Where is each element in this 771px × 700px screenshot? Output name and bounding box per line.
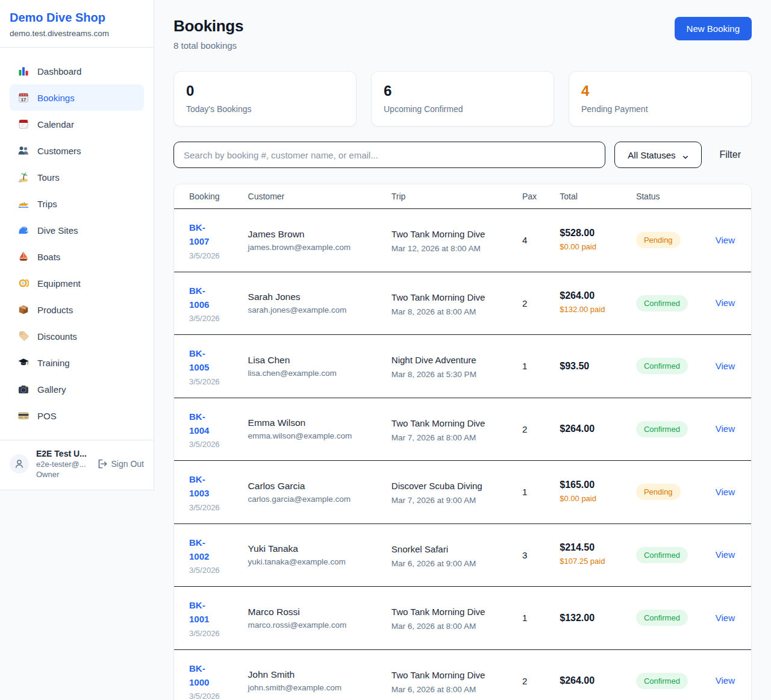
total-amount: $264.00: [560, 675, 622, 686]
sidebar-item-label: Calendar: [37, 119, 74, 130]
sidebar: Demo Dive Shop demo.test.divestreams.com…: [0, 0, 154, 490]
view-link[interactable]: View: [716, 298, 735, 308]
calendar-icon: [17, 118, 30, 130]
sidebar-item-boats[interactable]: Boats: [10, 243, 144, 270]
app-window: Demo Dive Shop demo.test.divestreams.com…: [0, 0, 771, 700]
customer-name: Carlos Garcia: [248, 481, 377, 492]
booking-id-link[interactable]: BK-1007: [189, 220, 224, 249]
stat-value: 0: [186, 83, 344, 99]
booking-id-link[interactable]: BK-1003: [189, 472, 224, 501]
stat-card: 4 Pending Payment: [569, 71, 752, 127]
total-amount: $214.50: [560, 542, 622, 553]
sidebar-item-training[interactable]: Training: [10, 349, 144, 376]
sidebar-item-label: Bookings: [37, 93, 75, 103]
sidebar-item-dashboard[interactable]: Dashboard: [10, 58, 144, 84]
trip-datetime: Mar 6, 2026 at 9:00 AM: [392, 559, 508, 568]
view-link[interactable]: View: [716, 235, 735, 245]
shop-name: Demo Dive Shop: [10, 11, 144, 25]
paid-amount: $107.25 paid: [560, 556, 608, 567]
tag-icon: [17, 330, 30, 342]
stat-label: Today's Bookings: [186, 104, 344, 114]
total-amount: $264.00: [560, 423, 622, 434]
pax-count: 2: [515, 272, 552, 335]
page-subtitle: 8 total bookings: [173, 40, 243, 51]
booking-id-link[interactable]: BK-1001: [189, 598, 224, 627]
person-icon: [13, 458, 25, 470]
search-input[interactable]: [173, 142, 605, 168]
booking-id-link[interactable]: BK-1004: [189, 410, 224, 438]
view-link[interactable]: View: [716, 675, 735, 686]
trip-name: Two Tank Morning Dive: [392, 416, 491, 430]
view-link[interactable]: View: [716, 423, 735, 434]
sidebar-item-label: Dive Sites: [37, 225, 78, 236]
user-box: E2E Test U... e2e-tester@... Owner Sign …: [0, 440, 154, 490]
customer-name: Sarah Jones: [248, 292, 377, 302]
speedboat-icon: [17, 198, 30, 210]
view-link[interactable]: View: [716, 613, 735, 623]
status-badge: Confirmed: [636, 673, 688, 689]
camera-icon: [17, 383, 30, 395]
logout-icon: [96, 458, 108, 470]
sign-out-button[interactable]: Sign Out: [96, 458, 144, 470]
sidebar-item-trips[interactable]: Trips: [10, 190, 144, 217]
view-link[interactable]: View: [716, 487, 735, 497]
sidebar-item-equipment[interactable]: Equipment: [10, 270, 144, 296]
booking-id-link[interactable]: BK-1005: [189, 346, 224, 375]
column-header-customer: Customer: [241, 184, 384, 209]
trip-datetime: Mar 7, 2026 at 9:00 AM: [392, 496, 508, 505]
status-badge: Confirmed: [636, 358, 688, 374]
view-link[interactable]: View: [716, 361, 735, 371]
trip-name: Discover Scuba Diving: [392, 479, 491, 493]
customer-email: james.brown@example.com: [248, 243, 377, 252]
pax-count: 2: [515, 398, 552, 461]
avatar: [10, 454, 29, 473]
booking-id-link[interactable]: BK-1006: [189, 284, 224, 312]
trip-name: Two Tank Morning Dive: [392, 227, 491, 241]
sidebar-item-bookings[interactable]: 17 Bookings: [10, 84, 144, 111]
pax-count: 3: [515, 523, 552, 587]
trip-name: Two Tank Morning Dive: [392, 668, 491, 682]
booking-date: 3/5/2026: [189, 629, 234, 638]
table-row: BK-1003 3/5/2026 Carlos Garcia carlos.ga…: [174, 461, 751, 524]
table-row: BK-1002 3/5/2026 Yuki Tanaka yuki.tanaka…: [174, 523, 751, 587]
new-booking-button[interactable]: New Booking: [675, 17, 752, 40]
calendar-date-icon: 17: [17, 92, 30, 104]
island-icon: [17, 171, 30, 183]
view-link[interactable]: View: [716, 549, 735, 560]
chevron-down-icon: [682, 151, 689, 158]
paid-amount: $0.00 paid: [560, 242, 608, 253]
customer-name: Yuki Tanaka: [248, 543, 377, 554]
customer-email: john.smith@example.com: [248, 683, 377, 692]
table-row: BK-1005 3/5/2026 Lisa Chen lisa.chen@exa…: [174, 335, 751, 398]
booking-date: 3/5/2026: [189, 503, 234, 512]
customer-name: Marco Rossi: [248, 607, 377, 617]
stat-card: 6 Upcoming Confirmed: [371, 71, 554, 127]
sidebar-item-gallery[interactable]: Gallery: [10, 376, 144, 402]
total-amount: $165.00: [560, 480, 622, 490]
sidebar-item-discounts[interactable]: Discounts: [10, 323, 144, 349]
pax-count: 1: [515, 335, 552, 398]
bookings-table-card: BookingCustomerTripPaxTotalStatus BK-100…: [173, 184, 752, 700]
trip-name: Snorkel Safari: [392, 542, 491, 556]
status-badge: Pending: [636, 232, 681, 248]
customer-name: John Smith: [248, 669, 377, 680]
package-icon: [17, 304, 30, 316]
sidebar-item-tours[interactable]: Tours: [10, 164, 144, 190]
sidebar-item-customers[interactable]: Customers: [10, 137, 144, 164]
trip-datetime: Mar 7, 2026 at 8:00 AM: [392, 433, 508, 442]
sidebar-item-label: Discounts: [37, 331, 77, 342]
sidebar-item-calendar[interactable]: Calendar: [10, 111, 144, 137]
status-select[interactable]: All Statuses: [614, 142, 702, 168]
sidebar-item-dive-sites[interactable]: Dive Sites: [10, 217, 144, 243]
filter-button[interactable]: Filter: [711, 149, 752, 160]
sidebar-item-products[interactable]: Products: [10, 296, 144, 323]
booking-id-link[interactable]: BK-1000: [189, 661, 224, 690]
booking-date: 3/5/2026: [189, 692, 234, 700]
customer-email: yuki.tanaka@example.com: [248, 557, 377, 566]
booking-id-link[interactable]: BK-1002: [189, 536, 224, 564]
bookings-table: BookingCustomerTripPaxTotalStatus BK-100…: [174, 184, 751, 700]
status-select-value: All Statuses: [628, 150, 675, 160]
wave-icon: [17, 224, 30, 236]
booking-date: 3/5/2026: [189, 251, 234, 260]
sidebar-item-pos[interactable]: POS: [10, 402, 144, 429]
